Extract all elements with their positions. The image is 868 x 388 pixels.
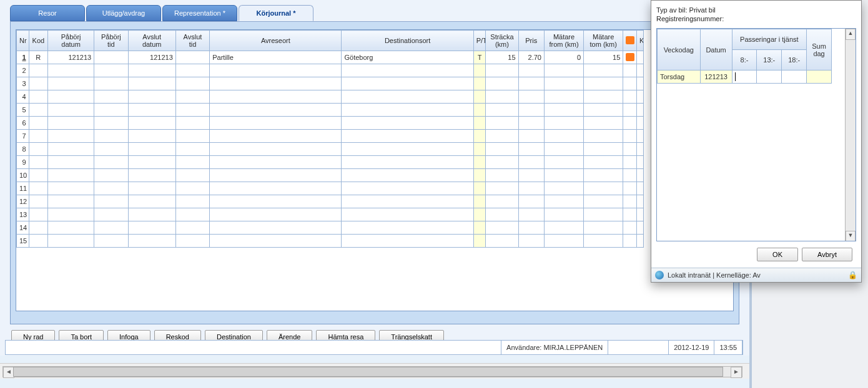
cell-comment[interactable] (623, 143, 637, 156)
cell-destination[interactable] (342, 117, 473, 130)
cell-nr[interactable]: 1 (17, 51, 29, 64)
cell-pris[interactable] (518, 143, 544, 156)
cell-avstid[interactable] (175, 51, 209, 64)
cell-k[interactable] (637, 235, 644, 248)
cell-pabtid[interactable] (94, 130, 128, 143)
cell-stracka[interactable] (486, 130, 518, 143)
table-row[interactable]: 14 (17, 221, 644, 235)
cell-stracka[interactable] (486, 117, 518, 130)
cell-k[interactable] (637, 51, 644, 64)
cell-avstid[interactable] (175, 77, 209, 90)
cell-avreseort[interactable] (210, 130, 342, 143)
cell-comment[interactable] (623, 221, 637, 235)
cell-comment[interactable] (623, 195, 637, 208)
cell-pt[interactable] (473, 195, 486, 208)
cell-k[interactable] (637, 130, 644, 143)
cell-pabdatum[interactable] (48, 235, 94, 248)
cell-comment[interactable] (623, 235, 637, 248)
table-row[interactable]: 1R121213121213PartilleGöteborgT152.70015 (17, 51, 644, 64)
cell-mfrom[interactable] (544, 235, 583, 248)
cell-kod[interactable] (29, 64, 47, 77)
cell-destination[interactable] (342, 90, 473, 104)
cell-comment[interactable] (623, 104, 637, 117)
cell-avreseort[interactable] (210, 117, 342, 130)
cell-mtom[interactable] (584, 90, 623, 104)
cell-mtom[interactable] (584, 156, 623, 169)
cell-avreseort[interactable]: Partille (210, 51, 342, 64)
cell-mtom[interactable]: 15 (584, 51, 623, 64)
cell-avsdatum[interactable] (128, 90, 175, 104)
cell-avsdatum[interactable] (128, 77, 175, 90)
cell-pabdatum[interactable] (48, 208, 94, 221)
cell-nr[interactable]: 11 (17, 182, 29, 195)
cell-comment[interactable] (623, 156, 637, 169)
col-pabdatum[interactable]: Påbörjdatum (48, 31, 94, 51)
cell-pris[interactable]: 2.70 (518, 51, 544, 64)
cell-kod[interactable]: R (29, 51, 47, 64)
cell-k[interactable] (637, 208, 644, 221)
cell-mfrom[interactable]: 0 (544, 51, 583, 64)
cell-avstid[interactable] (175, 235, 209, 248)
cell-mfrom[interactable] (544, 221, 583, 235)
cell-avsdatum[interactable] (128, 156, 175, 169)
cell-avstid[interactable] (175, 169, 209, 182)
scroll-right-button[interactable]: ► (731, 367, 742, 378)
cell-pabtid[interactable] (94, 195, 128, 208)
cell-pris[interactable] (518, 77, 544, 90)
dcol-sum[interactable]: Sumdag (807, 29, 832, 70)
table-row[interactable]: 7 (17, 130, 644, 143)
cell-avreseort[interactable] (210, 64, 342, 77)
cell-nr[interactable]: 12 (17, 195, 29, 208)
cell-pt[interactable] (473, 182, 486, 195)
cell-pabdatum[interactable] (48, 143, 94, 156)
cell-stracka[interactable] (486, 90, 518, 104)
cell-mtom[interactable] (584, 77, 623, 90)
cell-avsdatum[interactable] (128, 195, 175, 208)
tab-resor[interactable]: Resor (10, 5, 85, 21)
cell-pt[interactable] (473, 117, 486, 130)
cell-stracka[interactable] (486, 77, 518, 90)
cell-nr[interactable]: 9 (17, 156, 29, 169)
cell-mtom[interactable] (584, 143, 623, 156)
cell-avreseort[interactable] (210, 221, 342, 235)
cell-mtom[interactable] (584, 235, 623, 248)
cell-avreseort[interactable] (210, 143, 342, 156)
col-pt[interactable]: P/T (473, 31, 486, 51)
cell-avreseort[interactable] (210, 235, 342, 248)
cell-destination[interactable] (342, 182, 473, 195)
cell-veckodag[interactable]: Torsdag (658, 70, 701, 84)
dcol-p13[interactable]: 13:- (757, 50, 782, 70)
cell-mfrom[interactable] (544, 169, 583, 182)
avbryt-button[interactable]: Avbryt (802, 248, 852, 261)
cell-pris[interactable] (518, 208, 544, 221)
col-pabtid[interactable]: Påbörjtid (94, 31, 128, 51)
col-destination[interactable]: Destinationsort (342, 31, 473, 51)
cell-p8[interactable] (732, 70, 757, 84)
cell-destination[interactable] (342, 208, 473, 221)
scroll-down-button[interactable]: ▼ (846, 231, 856, 241)
cell-kod[interactable] (29, 143, 47, 156)
cell-mfrom[interactable] (544, 143, 583, 156)
cell-kod[interactable] (29, 77, 47, 90)
cell-mfrom[interactable] (544, 195, 583, 208)
col-mtom[interactable]: Mätaretom (km) (584, 31, 623, 51)
cell-pt[interactable] (473, 169, 486, 182)
cell-avsdatum[interactable] (128, 64, 175, 77)
cell-k[interactable] (637, 195, 644, 208)
cell-stracka[interactable] (486, 143, 518, 156)
cell-nr[interactable]: 2 (17, 64, 29, 77)
cell-avsdatum[interactable] (128, 130, 175, 143)
cell-comment[interactable] (623, 51, 637, 64)
cell-mfrom[interactable] (544, 117, 583, 130)
cell-avsdatum[interactable] (128, 182, 175, 195)
cell-pris[interactable] (518, 195, 544, 208)
cell-kod[interactable] (29, 182, 47, 195)
dcol-pass[interactable]: Passeringar i tjänst (732, 29, 807, 50)
cell-pabdatum[interactable] (48, 117, 94, 130)
cell-pris[interactable] (518, 169, 544, 182)
col-k[interactable]: K (637, 31, 644, 51)
cell-comment[interactable] (623, 169, 637, 182)
table-row[interactable]: 5 (17, 104, 644, 117)
cell-mfrom[interactable] (544, 64, 583, 77)
cell-sum[interactable] (807, 70, 832, 84)
